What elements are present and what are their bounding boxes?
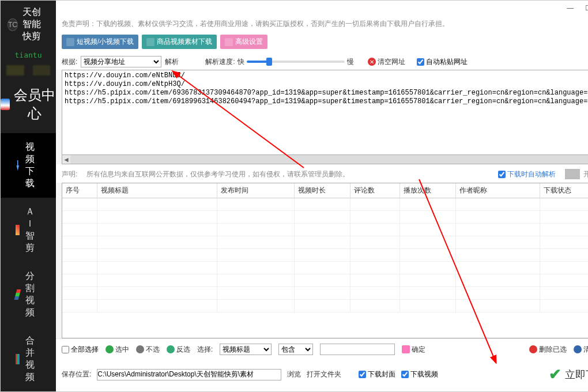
username: tiantu bbox=[1, 48, 56, 65]
url-scrollbar[interactable]: ◄ ► bbox=[62, 155, 588, 164]
pick-column-select[interactable]: 视频标题 bbox=[220, 344, 272, 355]
clear-urls-label: 清空网址 bbox=[378, 57, 405, 67]
tab-label: 高级设置 bbox=[235, 37, 263, 47]
table-row[interactable] bbox=[62, 249, 588, 262]
browse-button[interactable]: 浏览 bbox=[287, 370, 301, 379]
nav-video-download[interactable]: 视频下载 bbox=[1, 133, 56, 198]
auto-parse-input[interactable] bbox=[498, 171, 506, 178]
url-line: https://v.douyin.com/eNtpH3Q/ bbox=[65, 80, 588, 89]
check-icon bbox=[105, 345, 114, 353]
table-header[interactable]: 播放次数 bbox=[399, 183, 456, 198]
member-icon bbox=[1, 99, 10, 110]
open-folder-button[interactable]: 打开文件夹 bbox=[307, 370, 341, 379]
save-path-label: 保存位置: bbox=[62, 370, 91, 379]
result-table: 序号视频标题发布时间视频时长评论数播放次数作者昵称下载状态 bbox=[62, 183, 588, 338]
minimize-button[interactable]: — bbox=[567, 4, 574, 12]
confirm-button[interactable]: 确定 bbox=[402, 345, 425, 355]
dl-cover-input[interactable] bbox=[359, 371, 366, 378]
nav-label: 视频下载 bbox=[25, 141, 41, 190]
film-icon bbox=[66, 38, 74, 46]
nav-split-video[interactable]: 分割视频 bbox=[1, 262, 56, 327]
wand-icon bbox=[225, 38, 233, 46]
select-all-checkbox[interactable]: 全部选择 bbox=[62, 345, 99, 355]
table-row[interactable] bbox=[62, 211, 588, 224]
auto-paste-checkbox[interactable]: 自动粘贴网址 bbox=[417, 57, 468, 67]
nav-label: 合并视频 bbox=[25, 335, 41, 383]
download-now-label: 立即下载 bbox=[565, 368, 588, 382]
delete-icon bbox=[529, 345, 537, 353]
contain-select[interactable]: 包含 bbox=[278, 344, 313, 355]
table-header[interactable]: 序号 bbox=[62, 183, 97, 198]
selection-toolbar: 全部选择 选中 不选 反选 选择: 视频标题 包含 确定 删除已选 清空表格 bbox=[56, 338, 588, 360]
dl-video-input[interactable] bbox=[401, 371, 409, 378]
url-line: https://v.douyin.com/eNtBNbJ/ bbox=[65, 71, 588, 80]
download-now-button[interactable]: ✔ 立即下载 bbox=[544, 364, 588, 385]
pick-label: 选择: bbox=[197, 345, 213, 355]
table-header[interactable]: 作者昵称 bbox=[456, 183, 540, 198]
clear-icon: ✕ bbox=[368, 58, 376, 66]
table-row[interactable] bbox=[62, 236, 588, 249]
tab-product-video[interactable]: 商品视频素材下载 bbox=[142, 35, 217, 49]
table-header[interactable]: 下载状态 bbox=[540, 183, 588, 198]
start-parse-button[interactable]: 开始解析 bbox=[565, 169, 588, 179]
member-center-link[interactable]: 会员中心 bbox=[1, 81, 56, 133]
filter-input[interactable] bbox=[320, 344, 395, 355]
sidebar: TC 天创智能快剪 tiantu 会员中心 视频下载 Ａ Ｉ 智剪 分割视频 合… bbox=[1, 1, 56, 391]
anchor-icon bbox=[136, 345, 144, 353]
root-label: 根据: bbox=[62, 57, 77, 67]
select-all-input[interactable] bbox=[62, 346, 69, 353]
nav-ai-cut[interactable]: Ａ Ｉ 智剪 bbox=[1, 198, 56, 262]
ai-icon bbox=[16, 225, 20, 235]
slider-thumb-icon[interactable] bbox=[266, 58, 272, 66]
table-row[interactable] bbox=[62, 224, 588, 236]
table-row[interactable] bbox=[62, 300, 588, 312]
maximize-button[interactable]: ☐ bbox=[585, 4, 588, 12]
tab-advanced[interactable]: 高级设置 bbox=[220, 35, 267, 49]
table-row[interactable] bbox=[62, 198, 588, 211]
tab-short-video[interactable]: 短视频/小视频下载 bbox=[62, 35, 138, 49]
clear-table-icon bbox=[574, 345, 582, 353]
table-header[interactable]: 发布时间 bbox=[217, 183, 294, 198]
table-row[interactable] bbox=[62, 262, 588, 274]
top-tabs: 短视频/小视频下载 商品视频素材下载 高级设置 bbox=[56, 32, 588, 54]
main-panel: — ☐ ✕ 免责声明：下载的视频、素材仅供学习交流，若使用商业用途，请购买正版授… bbox=[56, 1, 588, 391]
delete-selected-button[interactable]: 删除已选 bbox=[529, 345, 567, 355]
tab-label: 短视频/小视频下载 bbox=[77, 37, 134, 47]
save-path-input[interactable] bbox=[97, 369, 281, 380]
download-cover-checkbox[interactable]: 下载封面 bbox=[359, 370, 395, 379]
table-header[interactable]: 视频标题 bbox=[97, 183, 217, 198]
table-header[interactable]: 评论数 bbox=[350, 183, 399, 198]
auto-paste-label: 自动粘贴网址 bbox=[426, 57, 468, 67]
thumb-icon bbox=[402, 345, 410, 353]
parse-button[interactable]: 解析 bbox=[165, 57, 179, 67]
merge-icon bbox=[16, 354, 20, 364]
clear-table-button[interactable]: 清空表格 bbox=[574, 345, 588, 355]
scroll-track[interactable] bbox=[70, 155, 588, 164]
speed-slider[interactable] bbox=[247, 61, 345, 63]
speed-label: 解析速度: bbox=[205, 57, 235, 67]
table-row[interactable] bbox=[62, 274, 588, 287]
auto-parse-label: 下载时自动解析 bbox=[507, 169, 556, 179]
download-video-checkbox[interactable]: 下载视频 bbox=[401, 370, 438, 379]
nav-label: Ａ Ｉ 智剪 bbox=[25, 206, 41, 254]
bottom-toolbar: 保存位置: 浏览 打开文件夹 下载封面 下载视频 ✔ 立即下载 bbox=[56, 360, 588, 391]
dl-video-label: 下载视频 bbox=[410, 370, 438, 379]
auto-paste-input[interactable] bbox=[417, 58, 424, 66]
clear-table-label: 清空表格 bbox=[583, 345, 588, 355]
unselect-button[interactable]: 不选 bbox=[136, 345, 160, 355]
source-select[interactable]: 视频分享地址 bbox=[81, 56, 161, 67]
fast-label: 快 bbox=[238, 57, 244, 67]
url-textarea[interactable]: https://v.douyin.com/eNtBNbJ/https://v.d… bbox=[62, 70, 588, 155]
scroll-left-icon[interactable]: ◄ bbox=[62, 156, 70, 164]
clear-urls-button[interactable]: ✕ 清空网址 bbox=[368, 57, 405, 67]
member-center-label: 会员中心 bbox=[13, 86, 56, 123]
invert-button[interactable]: 反选 bbox=[167, 345, 190, 355]
nav-merge-video[interactable]: 合并视频 bbox=[1, 327, 56, 391]
auto-parse-checkbox[interactable]: 下载时自动解析 bbox=[498, 169, 556, 179]
select-button[interactable]: 选中 bbox=[105, 345, 129, 355]
earth-icon bbox=[146, 38, 154, 46]
table-header[interactable]: 视频时长 bbox=[294, 183, 350, 198]
checkmark-icon: ✔ bbox=[549, 365, 561, 383]
table-row[interactable] bbox=[62, 287, 588, 300]
start-icon bbox=[565, 169, 580, 179]
